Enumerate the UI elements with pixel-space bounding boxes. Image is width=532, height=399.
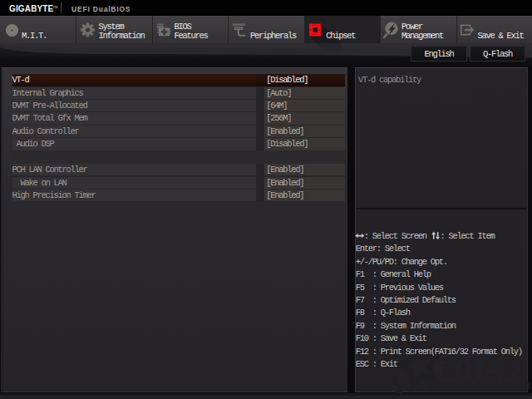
svg-text:www.lotpc.com: www.lotpc.com bbox=[426, 377, 530, 392]
